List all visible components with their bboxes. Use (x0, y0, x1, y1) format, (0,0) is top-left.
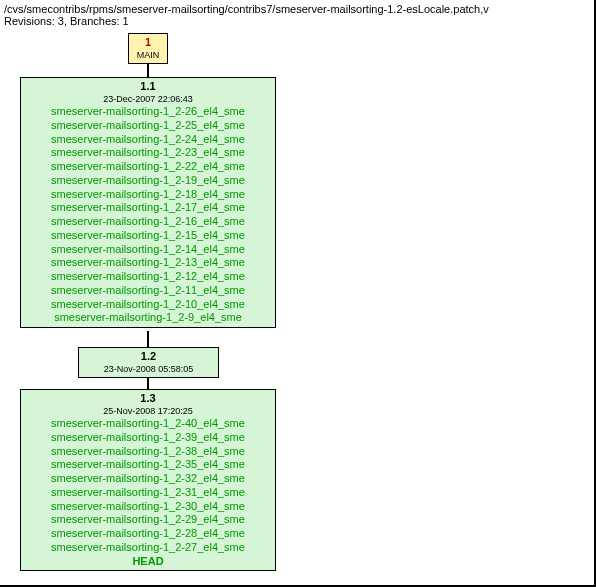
revision-title: 1.3 (26, 392, 270, 406)
revision-tag: smeserver-mailsorting-1_2-19_el4_sme (26, 174, 270, 188)
revision-tag: smeserver-mailsorting-1_2-9_el4_sme (26, 311, 270, 325)
revision-tag: smeserver-mailsorting-1_2-16_el4_sme (26, 215, 270, 229)
revision-title: 1.1 (26, 80, 270, 94)
header-info: Revisions: 3, Branches: 1 (0, 15, 596, 29)
revision-date: 23-Nov-2008 05:58:05 (84, 364, 213, 375)
main-branch-box: 1 MAIN (128, 33, 168, 64)
header-path: /cvs/smecontribs/rpms/smeserver-mailsort… (0, 0, 596, 15)
revision-tag: smeserver-mailsorting-1_2-32_el4_sme (26, 472, 270, 486)
revision-tag: smeserver-mailsorting-1_2-15_el4_sme (26, 229, 270, 243)
revision-tag: smeserver-mailsorting-1_2-12_el4_sme (26, 270, 270, 284)
revision-tag: smeserver-mailsorting-1_2-26_el4_sme (26, 105, 270, 119)
revision-tag: smeserver-mailsorting-1_2-25_el4_sme (26, 119, 270, 133)
revision-tag: smeserver-mailsorting-1_2-13_el4_sme (26, 256, 270, 270)
revision-date: 25-Nov-2008 17:20:25 (26, 406, 270, 417)
revision-tag: smeserver-mailsorting-1_2-22_el4_sme (26, 160, 270, 174)
connector-line (147, 331, 149, 347)
revision-tag: smeserver-mailsorting-1_2-27_el4_sme (26, 541, 270, 555)
revision-tag: smeserver-mailsorting-1_2-11_el4_sme (26, 284, 270, 298)
revision-tag: smeserver-mailsorting-1_2-18_el4_sme (26, 188, 270, 202)
revision-tag: smeserver-mailsorting-1_2-38_el4_sme (26, 445, 270, 459)
revision-tag: smeserver-mailsorting-1_2-30_el4_sme (26, 500, 270, 514)
revision-tag: smeserver-mailsorting-1_2-31_el4_sme (26, 486, 270, 500)
revision-date: 23-Dec-2007 22:06:43 (26, 94, 270, 105)
main-branch-number: 1 (134, 36, 162, 50)
revision-tag: smeserver-mailsorting-1_2-35_el4_sme (26, 458, 270, 472)
revision-tag: smeserver-mailsorting-1_2-10_el4_sme (26, 298, 270, 312)
revision-tag: smeserver-mailsorting-1_2-29_el4_sme (26, 513, 270, 527)
revision-1.3-box: 1.3 25-Nov-2008 17:20:25 smeserver-mails… (20, 389, 276, 571)
revision-tag: smeserver-mailsorting-1_2-24_el4_sme (26, 133, 270, 147)
revision-tag: smeserver-mailsorting-1_2-17_el4_sme (26, 201, 270, 215)
revision-tag: smeserver-mailsorting-1_2-39_el4_sme (26, 431, 270, 445)
revision-tag: smeserver-mailsorting-1_2-14_el4_sme (26, 243, 270, 257)
revision-1.1-box: 1.1 23-Dec-2007 22:06:43 smeserver-mails… (20, 77, 276, 328)
revision-title: 1.2 (84, 350, 213, 364)
revision-tag: smeserver-mailsorting-1_2-40_el4_sme (26, 417, 270, 431)
revision-1.2-box: 1.2 23-Nov-2008 05:58:05 (78, 347, 219, 378)
head-tag: HEAD (26, 555, 270, 569)
revision-tag: smeserver-mailsorting-1_2-23_el4_sme (26, 146, 270, 160)
revision-tag: smeserver-mailsorting-1_2-28_el4_sme (26, 527, 270, 541)
main-branch-label: MAIN (134, 50, 162, 61)
